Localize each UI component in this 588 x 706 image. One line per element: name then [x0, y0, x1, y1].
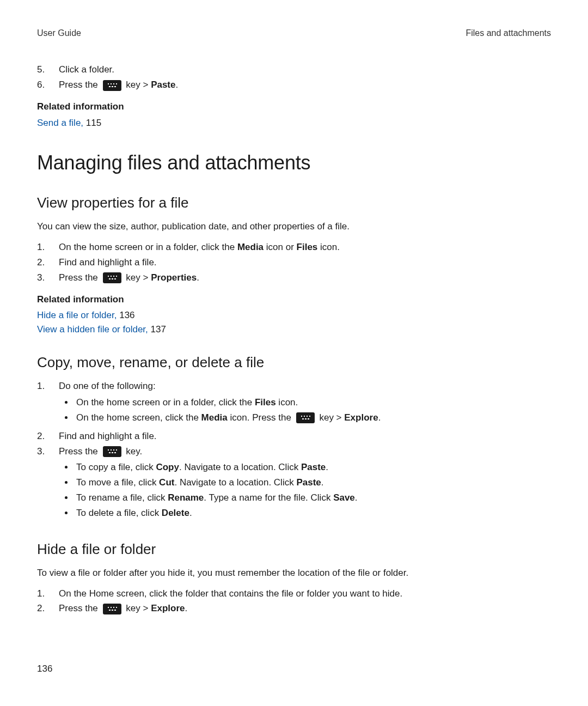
list-item: 3. Press the key > Properties.: [37, 271, 551, 284]
text-fragment: To move a file, click: [76, 477, 159, 488]
text-fragment: key >: [126, 603, 151, 613]
text-fragment: key >: [126, 80, 151, 90]
text-fragment: .: [378, 412, 381, 423]
list-item: 6. Press the key > Paste.: [37, 78, 551, 92]
list-item: 3. Press the key. To copy a file, click …: [37, 445, 551, 523]
page-ref: 115: [83, 118, 101, 128]
text-fragment: key >: [126, 272, 151, 283]
view-properties-steps: 1. On the home screen or in a folder, cl…: [37, 241, 551, 284]
page: User Guide Files and attachments 5. Clic…: [0, 0, 588, 706]
list-item: 5. Click a folder.: [37, 63, 551, 76]
step-text: Click a folder.: [59, 63, 551, 76]
text-fragment: icon.: [276, 397, 298, 407]
text-fragment: To rename a file, click: [76, 492, 168, 503]
text-fragment: .: [321, 477, 324, 488]
bold-text: Paste: [301, 462, 326, 472]
blackberry-key-icon: [103, 272, 121, 283]
text-fragment: On the home screen or in a folder, click…: [59, 242, 237, 252]
step-number: 2.: [37, 256, 59, 269]
related-information-heading: Related information: [37, 293, 551, 306]
related-link-line: Send a file, 115: [37, 117, 551, 130]
bold-text: Paste: [296, 477, 321, 488]
step-number: 1.: [37, 241, 59, 254]
step-text: Press the key > Paste.: [59, 78, 551, 92]
step-text: Press the key > Explore.: [59, 602, 551, 615]
step-number: 6.: [37, 78, 59, 92]
text-fragment: . Navigate to a location. Click: [179, 462, 301, 472]
blackberry-key-icon: [103, 446, 121, 457]
bold-text: Save: [333, 492, 355, 503]
step-number: 5.: [37, 63, 59, 76]
blackberry-key-icon: [296, 412, 315, 423]
related-link-line: Hide a file or folder, 136: [37, 309, 551, 322]
bold-text: Properties: [151, 272, 197, 283]
bullet-item: To delete a file, click Delete.: [74, 507, 551, 520]
link-send-a-file[interactable]: Send a file,: [37, 118, 83, 128]
section-heading-view-properties: View properties for a file: [37, 193, 551, 212]
bold-text: Media: [237, 242, 264, 252]
bullet-list: On the home screen or in a folder, click…: [59, 396, 551, 424]
page-header: User Guide Files and attachments: [37, 27, 551, 39]
blackberry-key-icon: [103, 80, 121, 91]
list-item: 2. Find and highlight a file.: [37, 256, 551, 269]
step-text: Find and highlight a file.: [59, 256, 551, 269]
text-fragment: icon. Press the: [228, 412, 294, 423]
link-view-hidden-file-or-folder[interactable]: View a hidden file or folder,: [37, 324, 148, 334]
page-ref: 137: [148, 324, 166, 334]
header-left: User Guide: [37, 27, 81, 39]
bullet-list: To copy a file, click Copy. Navigate to …: [59, 461, 551, 519]
text-fragment: To copy a file, click: [76, 462, 156, 472]
text-fragment: key.: [126, 446, 142, 457]
text-fragment: . Type a name for the file. Click: [204, 492, 333, 503]
bullet-item: On the home screen or in a folder, click…: [74, 396, 551, 409]
page-ref: 136: [117, 310, 134, 320]
text-fragment: On the home screen or in a folder, click…: [76, 397, 255, 407]
bold-text: Explore: [344, 412, 378, 423]
header-right: Files and attachments: [465, 27, 551, 39]
step-body: Press the key. To copy a file, click Cop…: [59, 445, 551, 523]
page-number: 136: [37, 662, 52, 675]
text-fragment: .: [176, 80, 179, 90]
bullet-item: To copy a file, click Copy. Navigate to …: [74, 461, 551, 474]
text-fragment: On the home screen, click the: [76, 412, 201, 423]
text-fragment: .: [189, 508, 192, 518]
section-description: You can view the size, author, publicati…: [37, 220, 551, 233]
list-item: 2. Press the key > Explore.: [37, 602, 551, 615]
text-fragment: Press the: [59, 80, 101, 90]
hide-steps: 1. On the Home screen, click the folder …: [37, 587, 551, 616]
section-description: To view a file or folder after you hide …: [37, 567, 551, 580]
bold-text: Files: [297, 242, 318, 252]
bold-text: Paste: [151, 80, 175, 90]
text-fragment: . Navigate to a location. Click: [174, 477, 296, 488]
list-item: 1. On the Home screen, click the folder …: [37, 587, 551, 600]
text-fragment: .: [326, 462, 328, 472]
text-fragment: icon.: [317, 242, 340, 252]
link-hide-file-or-folder[interactable]: Hide a file or folder,: [37, 310, 117, 320]
bold-text: Copy: [156, 462, 179, 472]
text-fragment: To delete a file, click: [76, 508, 162, 518]
text-fragment: key >: [319, 412, 344, 423]
related-link-line: View a hidden file or folder, 137: [37, 323, 551, 336]
bullet-item: To rename a file, click Rename. Type a n…: [74, 491, 551, 504]
list-item: 1. Do one of the following: On the home …: [37, 380, 551, 427]
text-fragment: .: [355, 492, 358, 503]
bold-text: Delete: [162, 508, 189, 518]
step-body: Do one of the following: On the home scr…: [59, 380, 551, 427]
bold-text: Rename: [168, 492, 204, 503]
step-number: 2.: [37, 430, 59, 443]
bold-text: Cut: [159, 477, 174, 488]
step-number: 1.: [37, 587, 59, 600]
text-fragment: Press the: [59, 272, 101, 283]
step-number: 3.: [37, 445, 59, 458]
copy-move-steps: 1. Do one of the following: On the home …: [37, 380, 551, 522]
text-fragment: icon or: [264, 242, 296, 252]
text-fragment: Press the: [59, 446, 101, 457]
step-text: On the home screen or in a folder, click…: [59, 241, 551, 254]
step-text: Find and highlight a file.: [59, 430, 551, 443]
list-item: 2. Find and highlight a file.: [37, 430, 551, 443]
list-item: 1. On the home screen or in a folder, cl…: [37, 241, 551, 254]
blackberry-key-icon: [103, 604, 121, 614]
text-fragment: .: [197, 272, 199, 283]
bullet-item: To move a file, click Cut. Navigate to a…: [74, 476, 551, 489]
step-number: 1.: [37, 380, 59, 393]
